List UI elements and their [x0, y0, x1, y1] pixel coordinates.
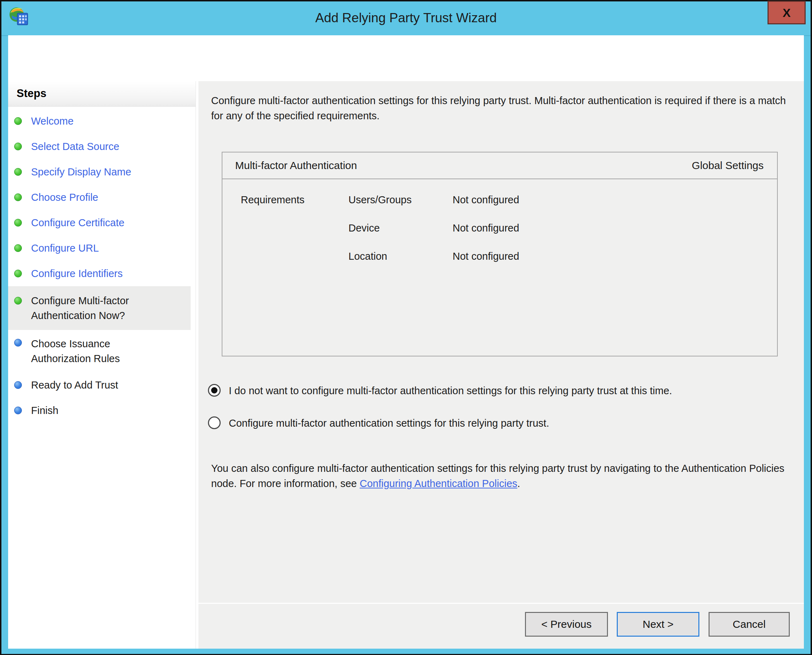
close-button[interactable]: X [767, 1, 806, 25]
step-pending-bullet-icon [14, 339, 22, 347]
step-item-finish: Finish [8, 398, 196, 423]
steps-sidebar: Steps WelcomeSelect Data SourceSpecify D… [8, 81, 196, 649]
mfa-panel-title: Multi-factor Authentication [235, 160, 357, 172]
mfa-radio-option-2[interactable]: Configure multi-factor authentication se… [208, 417, 790, 430]
close-icon: X [783, 7, 791, 19]
mfa-requirement-row-users-groups: RequirementsUsers/GroupsNot configured [241, 194, 777, 221]
mfa-requirement-value: Not configured [453, 194, 777, 221]
mfa-requirement-name: Users/Groups [348, 194, 453, 221]
mfa-radio-group: I do not want to configure multi-factor … [208, 384, 790, 449]
step-item-welcome[interactable]: Welcome [8, 108, 196, 134]
step-label: Configure URL [31, 242, 99, 254]
step-label: Select Data Source [31, 140, 119, 153]
mfa-row-group-label [241, 221, 348, 250]
step-label: Welcome [31, 115, 74, 128]
wizard-content: Configure multi-factor authentication se… [199, 81, 804, 649]
step-completed-bullet-icon [14, 219, 22, 226]
next-button[interactable]: Next > [617, 612, 700, 637]
step-item-select-data-source[interactable]: Select Data Source [8, 134, 196, 159]
window-chrome: Add Relying Party Trust Wizard X Steps W… [2, 2, 810, 654]
step-item-specify-display-name[interactable]: Specify Display Name [8, 159, 196, 185]
step-item-configure-multi-factor-authentication-now: Configure Multi-factorAuthentication Now… [8, 286, 191, 330]
mfa-radio-option-1[interactable]: I do not want to configure multi-factor … [208, 384, 790, 397]
step-completed-bullet-icon [14, 117, 22, 125]
step-completed-bullet-icon [14, 244, 22, 252]
mfa-rows: RequirementsUsers/GroupsNot configuredDe… [222, 179, 777, 278]
mfa-requirement-value: Not configured [453, 250, 777, 278]
step-label: Configure Certificate [31, 216, 124, 229]
mfa-row-group-label: Requirements [241, 194, 348, 221]
step-item-configure-certificate[interactable]: Configure Certificate [8, 210, 196, 235]
step-label: Configure Identifiers [31, 267, 123, 280]
steps-heading: Steps [8, 81, 196, 106]
steps-list: WelcomeSelect Data SourceSpecify Display… [8, 108, 196, 423]
step-label: Ready to Add Trust [31, 379, 118, 391]
previous-button[interactable]: < Previous [525, 612, 608, 637]
window-title: Add Relying Party Trust Wizard [2, 2, 810, 35]
titlebar: Add Relying Party Trust Wizard X [2, 2, 810, 36]
mfa-requirement-row-location: LocationNot configured [241, 250, 777, 278]
mfa-row-group-label [241, 250, 348, 278]
radio-selected-icon[interactable] [208, 384, 221, 397]
step-completed-bullet-icon [14, 194, 22, 201]
step-label: Choose Profile [31, 191, 98, 204]
step-label: Specify Display Name [31, 166, 131, 178]
footnote-after: . [517, 478, 520, 489]
step-completed-bullet-icon [14, 168, 22, 176]
mfa-requirement-name: Location [348, 250, 453, 278]
configuring-auth-policies-link[interactable]: Configuring Authentication Policies [360, 478, 518, 489]
radio-option-label: Configure multi-factor authentication se… [229, 417, 549, 430]
mfa-settings-panel: Multi-factor Authentication Global Setti… [222, 152, 778, 357]
step-item-ready-to-add-trust: Ready to Add Trust [8, 372, 196, 398]
mfa-requirement-value: Not configured [453, 221, 777, 250]
step-item-configure-identifiers[interactable]: Configure Identifiers [8, 261, 196, 286]
step-item-configure-url[interactable]: Configure URL [8, 235, 196, 261]
mfa-panel-global-settings: Global Settings [692, 160, 764, 172]
radio-option-label: I do not want to configure multi-factor … [229, 384, 672, 397]
mfa-requirement-row-device: DeviceNot configured [241, 221, 777, 250]
wizard-body: Steps WelcomeSelect Data SourceSpecify D… [8, 35, 804, 649]
step-pending-bullet-icon [14, 381, 22, 389]
step-label: Finish [31, 404, 58, 417]
step-completed-bullet-icon [14, 270, 22, 277]
step-item-choose-issuance-authorization-rules: Choose IssuanceAuthorization Rules [8, 330, 196, 372]
button-bar-divider [199, 603, 804, 604]
radio-unselected-icon[interactable] [208, 417, 221, 429]
cancel-button[interactable]: Cancel [709, 612, 790, 637]
mfa-panel-header: Multi-factor Authentication Global Setti… [222, 152, 777, 179]
intro-text: Configure multi-factor authentication se… [211, 93, 792, 123]
step-completed-bullet-icon [14, 297, 22, 304]
step-pending-bullet-icon [14, 407, 22, 414]
footnote-text: You can also configure multi-factor auth… [211, 461, 792, 491]
step-item-choose-profile[interactable]: Choose Profile [8, 185, 196, 210]
mfa-requirement-name: Device [348, 221, 453, 250]
step-completed-bullet-icon [14, 143, 22, 150]
step-label: Configure Multi-factorAuthentication Now… [31, 293, 129, 323]
step-label: Choose IssuanceAuthorization Rules [31, 336, 120, 366]
